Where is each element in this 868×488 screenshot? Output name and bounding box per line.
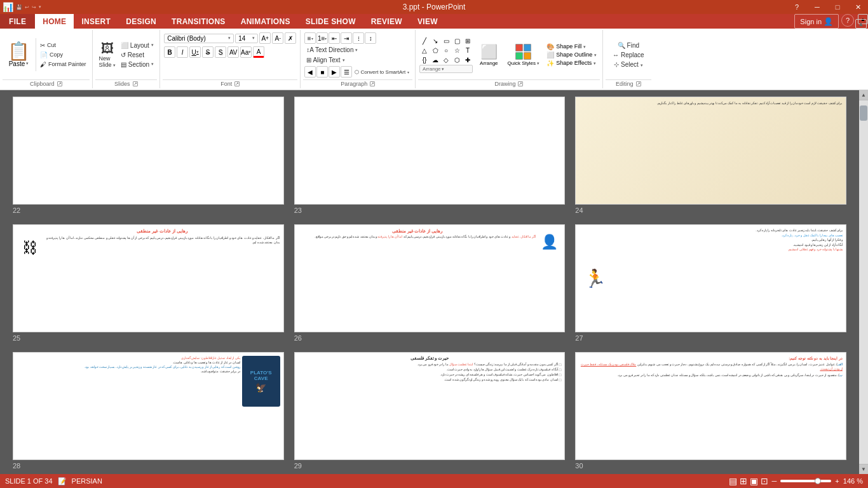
replace-button[interactable]: ↔ Replace: [611, 51, 646, 59]
slide-24[interactable]: برای کشف حقیقت لازم است خودمان را از قید…: [575, 97, 846, 205]
tab-animations[interactable]: ANIMATIONS: [233, 14, 298, 29]
normal-view-btn[interactable]: ▤: [729, 476, 737, 486]
slide-sorter-btn[interactable]: ⊞: [740, 476, 747, 486]
copy-button[interactable]: 📄 Copy: [38, 51, 88, 59]
shape-circle[interactable]: ○: [441, 46, 451, 55]
shape-more[interactable]: ⊞: [463, 36, 473, 45]
strikethrough-button[interactable]: S: [202, 46, 214, 58]
reading-view-btn[interactable]: ▣: [750, 476, 758, 486]
italic-button[interactable]: I: [177, 46, 188, 58]
paste-button[interactable]: 📋 Paste▾: [4, 41, 34, 69]
font-shrink-button[interactable]: A-: [272, 32, 283, 44]
scroll-thumb[interactable]: [860, 105, 867, 121]
case-button[interactable]: Aa ▾: [240, 46, 252, 58]
shape-effects-button[interactable]: ✨ Shape Effects ▾: [545, 59, 599, 67]
shape-rect[interactable]: ▭: [441, 36, 451, 45]
cut-button[interactable]: ✂ Cut: [38, 41, 88, 50]
shape-diamond[interactable]: ◇: [441, 55, 451, 64]
zoom-minus[interactable]: ─: [772, 477, 777, 485]
slide-23[interactable]: [294, 97, 566, 205]
numbering-button[interactable]: 1≡ ▾: [316, 32, 328, 44]
signin-button[interactable]: Sign in 👤: [794, 14, 839, 29]
slide-30[interactable]: در اینجا باید به دو نکته توجه کنیم: الف)…: [575, 352, 846, 460]
drawing-expand[interactable]: ↗: [518, 81, 523, 86]
shape-star[interactable]: ☆: [452, 46, 462, 55]
convert-smartart-button[interactable]: ⬡ Convert to SmartArt ▾: [353, 66, 411, 78]
tab-slideshow[interactable]: SLIDE SHOW: [298, 14, 363, 29]
tab-view[interactable]: VIEW: [410, 14, 445, 29]
slide-29[interactable]: حیرت و تفکر فلسفی □ اگر کسی بدون مقدمه و…: [294, 352, 566, 460]
section-button[interactable]: ▤ Section ▾: [119, 60, 156, 69]
shape-fill-button[interactable]: 🎨 Shape Fill ▾: [545, 43, 599, 51]
quick-access-save[interactable]: 💾: [16, 4, 22, 10]
slide-26[interactable]: 👤 رهایی از عادات غیر منطقی اگر ما افکار،…: [294, 224, 566, 332]
shadow-button[interactable]: S: [215, 46, 226, 58]
scroll-down-arrow[interactable]: ▼: [859, 464, 868, 474]
text-direction-button[interactable]: ↕A Text Direction ▾: [304, 46, 360, 54]
layout-button[interactable]: ⬜ Layout ▾: [119, 41, 156, 50]
reset-button[interactable]: ↺ Reset: [119, 51, 156, 59]
quick-access-undo[interactable]: ↩: [25, 4, 29, 10]
close-button[interactable]: ✕: [848, 0, 868, 14]
spacing-button[interactable]: AV: [227, 46, 239, 58]
font-size-dropdown[interactable]: 14 ▾: [235, 34, 258, 43]
justify-button[interactable]: ☰: [341, 66, 352, 78]
slide-28[interactable]: PLATO'S CAVE 🦅 یکی از ابعاد تمثیل غارافل…: [13, 352, 284, 460]
scroll-up-arrow[interactable]: ▲: [859, 90, 868, 100]
quick-styles-button[interactable]: Quick Styles ▾: [505, 43, 543, 67]
shape-arrow[interactable]: ↘: [430, 36, 440, 45]
bullets-button[interactable]: ≡ ▾: [304, 32, 316, 44]
columns-button[interactable]: ⫶: [353, 32, 364, 44]
clear-formatting-button[interactable]: ✗: [285, 32, 296, 44]
format-painter-button[interactable]: 🖌 Format Painter: [38, 60, 88, 69]
tab-file[interactable]: FILE: [0, 14, 35, 29]
new-slide-button[interactable]: 🖼 NewSlide ▾: [97, 36, 119, 74]
shape-bracket[interactable]: {}: [419, 55, 430, 64]
quick-access-redo[interactable]: ↪: [32, 4, 36, 10]
increase-indent-button[interactable]: ⇥: [341, 32, 352, 44]
align-right-button[interactable]: ▶: [329, 66, 340, 78]
paragraph-expand[interactable]: ↗: [370, 81, 375, 86]
quick-access-customize[interactable]: ▾: [39, 4, 41, 10]
shape-cloud[interactable]: ☁: [430, 55, 440, 64]
slide-22[interactable]: [13, 97, 284, 205]
slide-25[interactable]: رهایی از عادات غیر منطقی اگر ما افکار، ع…: [13, 224, 284, 332]
shape-text[interactable]: T: [463, 46, 473, 55]
clipboard-expand[interactable]: ↗: [57, 81, 62, 86]
font-expand[interactable]: ↗: [234, 81, 240, 86]
shape-cross[interactable]: ✚: [463, 55, 473, 64]
align-left-button[interactable]: ◀: [304, 66, 316, 78]
shape-round-rect[interactable]: ▢: [452, 36, 462, 45]
select-button[interactable]: ⊹ Select ▾: [612, 60, 645, 69]
align-center-button[interactable]: ■: [316, 66, 328, 78]
ribbon-collapse-arrow[interactable]: ▲: [855, 19, 867, 29]
font-name-dropdown[interactable]: Calibri (Body) ▾: [164, 34, 234, 43]
zoom-slider[interactable]: [780, 480, 831, 482]
tab-review[interactable]: REVIEW: [363, 14, 410, 29]
shape-triangle[interactable]: △: [419, 46, 430, 55]
shape-line[interactable]: ╱: [419, 36, 430, 45]
font-color-button[interactable]: A: [253, 46, 264, 58]
align-text-button[interactable]: ⊞ Align Text ▾: [304, 56, 346, 64]
tab-transitions[interactable]: TRANSITIONS: [164, 14, 233, 29]
tab-insert[interactable]: INSERT: [74, 14, 118, 29]
line-spacing-button[interactable]: ↕: [365, 32, 376, 44]
minimize-button[interactable]: ─: [807, 0, 827, 14]
find-button[interactable]: 🔍 Find: [616, 41, 641, 50]
slideshow-btn[interactable]: ⊡: [761, 476, 768, 486]
slide-27[interactable]: برای کشف حقیقت، ابتدا باید زنجیر عادت ها…: [575, 224, 846, 332]
help-button[interactable]: ?: [787, 0, 807, 14]
slides-expand[interactable]: ↗: [133, 81, 138, 86]
tab-design[interactable]: DESIGN: [118, 14, 164, 29]
zoom-plus[interactable]: +: [835, 477, 839, 485]
editing-expand[interactable]: ↗: [636, 81, 641, 86]
ribbon-help-button[interactable]: ?: [841, 14, 854, 27]
shape-hexagon[interactable]: ⬡: [452, 55, 462, 64]
tab-home[interactable]: HOME: [35, 14, 74, 29]
font-grow-button[interactable]: A+: [259, 32, 271, 44]
arrange-button[interactable]: ⬜ Arrange: [475, 42, 502, 68]
bold-button[interactable]: B: [164, 46, 175, 58]
arrange-dropdown[interactable]: Arrange ▾: [419, 65, 473, 73]
decrease-indent-button[interactable]: ⇤: [329, 32, 340, 44]
restore-button[interactable]: □: [827, 0, 848, 14]
